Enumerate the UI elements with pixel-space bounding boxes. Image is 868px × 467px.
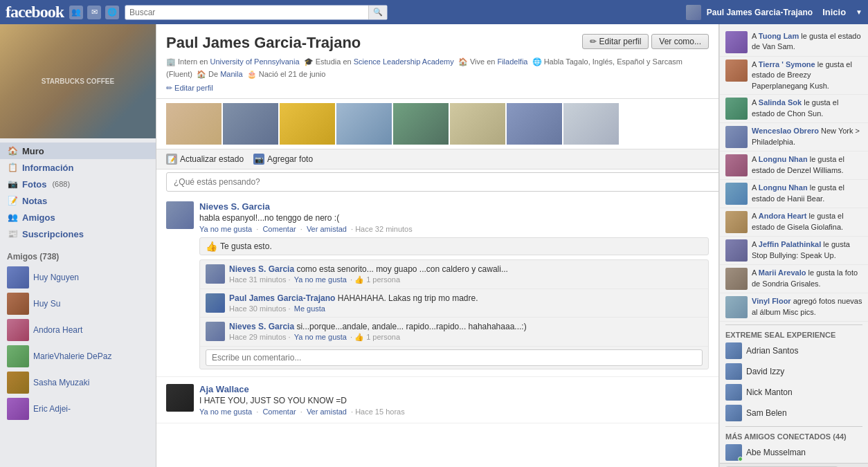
top-icons-group: 👥 ✉ 🌐: [69, 6, 119, 19]
online-friend-adrian[interactable]: Adrian Santos: [720, 340, 868, 361]
feed-item-4[interactable]: Wenceslao Obrero New York > Philadelphia…: [720, 123, 868, 152]
right-sidebar: A Tuong Lam le gusta el estado de Van Sa…: [719, 24, 868, 467]
comment-link-1[interactable]: Comentar: [262, 225, 296, 233]
photo-thumb-3[interactable]: [280, 103, 335, 145]
post-1-text: habla espanyol!...no tenggo de nero :(: [199, 213, 709, 223]
sidebar-item-notas[interactable]: 📝 Notas: [0, 192, 156, 209]
informacion-icon: 📋: [7, 162, 18, 173]
photo-thumb-8[interactable]: [563, 103, 619, 145]
city-link[interactable]: Filadelfia: [497, 57, 527, 66]
sidebar-item-amigos[interactable]: 👥 Amigos: [0, 209, 156, 226]
comment-1-2-author[interactable]: Paul James Garcia-Trajano: [229, 293, 335, 303]
online-name-abe: Abe Musselman: [746, 448, 806, 457]
comment-link-2[interactable]: Comentar: [262, 408, 296, 416]
suscripciones-icon: 📰: [7, 228, 18, 239]
sidebar-item-suscripciones[interactable]: 📰 Suscripciones: [0, 226, 156, 242]
update-status-button[interactable]: 📝 Actualizar estado: [166, 154, 244, 165]
online-friend-david[interactable]: David Izzy: [720, 361, 868, 382]
feed-item-1[interactable]: A Tuong Lam le gusta el estado de Van Sa…: [720, 28, 868, 57]
friend-item-huy-su[interactable]: Huy Su: [0, 291, 156, 317]
search-input[interactable]: [125, 6, 368, 19]
comment-1-1-author[interactable]: Nieves S. Garcia: [229, 264, 294, 274]
comment-input-1[interactable]: [206, 349, 703, 366]
profile-cover-photo: STARBUCKS COFFEE: [0, 24, 156, 138]
amigos-icon: 👥: [7, 212, 18, 223]
status-bar: 📝 Actualizar estado 📷 Agregar foto: [156, 149, 718, 170]
sidebar-item-informacion[interactable]: 📋 Información: [0, 159, 156, 176]
online-avatar-abe: [725, 444, 742, 461]
post-2-actions: Ya no me gusta · Comentar · Ver amistad …: [199, 408, 709, 416]
write-comment-area-1: [200, 347, 708, 369]
edit-profile-link[interactable]: ✏ Editar perfil: [166, 84, 213, 92]
friend-item-marie[interactable]: MarieVhalerie DePaz: [0, 343, 156, 369]
add-photo-button[interactable]: 📷 Agregar foto: [253, 154, 313, 165]
feed-text-9: A Marii Arevalo le gusta la foto de Sond…: [752, 268, 862, 290]
school-link[interactable]: Science Leadership Academy: [354, 57, 454, 66]
university-link[interactable]: University of Pennsylvania: [210, 57, 300, 66]
feed-text-4: Wenceslao Obrero New York > Philadelphia…: [752, 126, 862, 148]
comment-1-3-avatar: [206, 322, 225, 341]
friend-avatar-huy-su: [7, 293, 29, 315]
feed-item-7[interactable]: A Andora Heart le gusta el estado de Gis…: [720, 208, 868, 237]
hometown-link[interactable]: Manila: [220, 70, 242, 78]
sidebar-navigation: 🏠 Muro 📋 Información 📷 Fotos (688) 📝 Not…: [0, 138, 156, 246]
sidebar-item-muro[interactable]: 🏠 Muro: [0, 143, 156, 159]
top-user-name[interactable]: Paul James Garcia-Trajano: [707, 8, 813, 17]
feed-avatar-2: [725, 59, 748, 82]
photo-thumb-1[interactable]: [166, 103, 221, 145]
search-button[interactable]: 🔍: [368, 6, 387, 19]
extreme-seal-label: EXTREME SEAL EXPERIENCE: [720, 328, 868, 340]
comment-1-3-author[interactable]: Nieves S. Garcia: [229, 322, 294, 331]
unlike-link-1[interactable]: Ya no me gusta: [199, 225, 252, 233]
post-1: Nieves S. Garcia habla espanyol!...no te…: [156, 194, 718, 377]
sidebar-item-fotos[interactable]: 📷 Fotos (688): [0, 176, 156, 192]
dropdown-arrow-icon[interactable]: ▼: [856, 8, 862, 16]
notifications-icon[interactable]: 🌐: [105, 6, 119, 19]
cover-text: STARBUCKS COFFEE: [42, 77, 114, 86]
online-friend-sam[interactable]: Sam Belen: [720, 403, 868, 423]
friends-icon[interactable]: 👥: [69, 6, 83, 19]
friend-item-eric[interactable]: Eric Adjei-: [0, 396, 156, 422]
friend-item-huy-nguyen[interactable]: Huy Nguyen: [0, 264, 156, 291]
comment-1-3: Nieves S. Garcia si...porque...andale, a…: [200, 318, 708, 347]
feed-item-9[interactable]: A Marii Arevalo le gusta la foto de Sond…: [720, 265, 868, 293]
post-2-author[interactable]: Aja Wallace: [199, 384, 709, 394]
feed-text-5: A Longnu Nhan le gusta el estado de Denz…: [752, 154, 862, 176]
photo-thumb-7[interactable]: [507, 103, 562, 145]
like-c2[interactable]: Me gusta: [294, 304, 325, 313]
feed-item-8[interactable]: A Jeffin Palathinkal le gusta Stop Bully…: [720, 237, 868, 265]
comment-1-2-avatar: [206, 293, 225, 313]
photo-thumb-6[interactable]: [450, 103, 505, 145]
view-friendship-link-2[interactable]: Ver amistad: [307, 408, 347, 416]
feed-item-3[interactable]: A Salinda Sok le gusta el estado de Chon…: [720, 95, 868, 123]
feed-item-5[interactable]: A Longnu Nhan le gusta el estado de Denz…: [720, 152, 868, 180]
photo-thumb-4[interactable]: [336, 103, 392, 145]
view-friendship-link-1[interactable]: Ver amistad: [307, 225, 347, 233]
profile-action-buttons: ✏ Editar perfil Ver como...: [582, 34, 709, 49]
view-as-button[interactable]: Ver como...: [651, 34, 709, 49]
sidebar-divider-1: [725, 324, 862, 325]
unlike-c3[interactable]: Ya no me gusta: [294, 333, 347, 341]
like-link-2[interactable]: Ya no me gusta: [199, 408, 252, 416]
sidebar-item-label-amigos: Amigos: [22, 212, 55, 223]
feed-item-6[interactable]: A Longnu Nhan le gusta el estado de Hani…: [720, 180, 868, 208]
messages-icon[interactable]: ✉: [87, 6, 101, 19]
sidebar-item-label-muro: Muro: [22, 146, 44, 156]
home-button[interactable]: Inicio: [818, 6, 850, 19]
unlike-c1[interactable]: Ya no me gusta: [294, 275, 347, 284]
friend-avatar-marie: [7, 345, 29, 367]
photo-thumb-5[interactable]: [393, 103, 449, 145]
post-1-author[interactable]: Nieves S. Garcia: [199, 201, 709, 212]
edit-profile-button[interactable]: ✏ Editar perfil: [582, 34, 649, 49]
feed-item-10[interactable]: Vinyl Floor agregó fotos nuevas al álbum…: [720, 293, 868, 322]
feed-text-3: A Salinda Sok le gusta el estado de Chon…: [752, 98, 862, 120]
friend-item-sasha[interactable]: Sasha Myuzaki: [0, 369, 156, 396]
photo-thumb-2[interactable]: [223, 103, 278, 145]
online-friend-nick[interactable]: Nick Manton: [720, 382, 868, 403]
friend-item-andora[interactable]: Andora Heart: [0, 317, 156, 343]
online-status-dot: [738, 457, 743, 461]
feed-item-2[interactable]: A Tierra ' Symone le gusta el estado de …: [720, 57, 868, 95]
status-text-input[interactable]: [166, 172, 719, 192]
sidebar-item-label-notas: Notas: [22, 196, 47, 206]
online-friend-abe[interactable]: Abe Musselman: [720, 442, 868, 463]
